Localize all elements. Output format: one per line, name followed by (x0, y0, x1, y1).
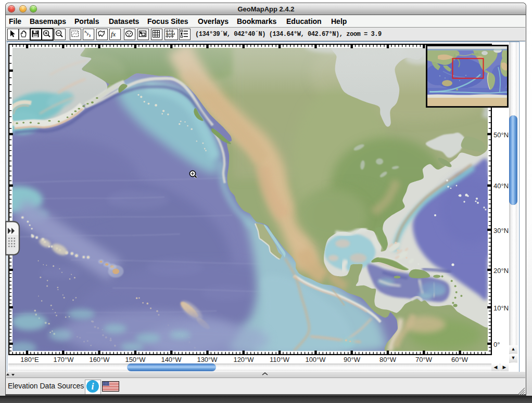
svg-text:z: z (89, 34, 91, 37)
svg-text:NASA: NASA (166, 32, 175, 36)
svg-text:y: y (87, 32, 89, 36)
svg-text:fx: fx (111, 30, 116, 38)
svg-text:x: x (84, 30, 86, 33)
